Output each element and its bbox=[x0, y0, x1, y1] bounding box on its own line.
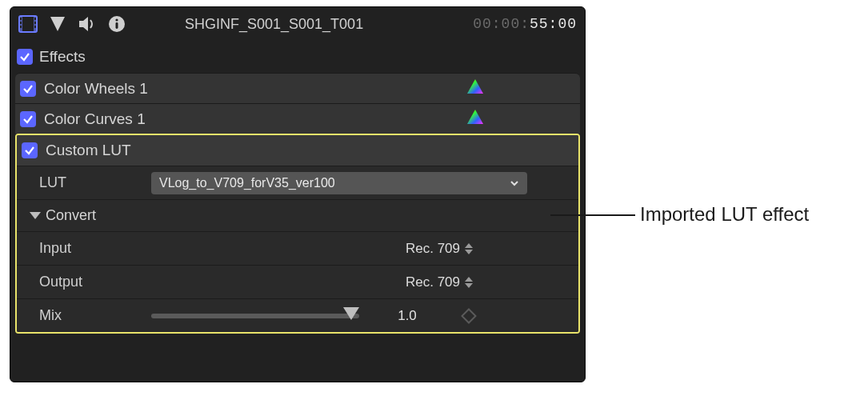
color-triangle-icon[interactable] bbox=[466, 78, 484, 98]
svg-point-13 bbox=[115, 18, 118, 21]
lut-select[interactable]: VLog_to_V709_forV35_ver100 bbox=[151, 172, 527, 194]
svg-rect-6 bbox=[20, 26, 22, 28]
convert-label: Convert bbox=[46, 207, 96, 224]
output-param-row: Output Rec. 709 bbox=[17, 265, 578, 298]
effect-enable-checkbox[interactable] bbox=[22, 142, 38, 158]
input-param-row: Input Rec. 709 bbox=[17, 231, 578, 265]
svg-rect-14 bbox=[116, 22, 118, 29]
slider-thumb-icon[interactable] bbox=[343, 307, 359, 320]
effect-enable-checkbox[interactable] bbox=[20, 81, 36, 97]
color-tab-icon[interactable] bbox=[49, 15, 66, 33]
timecode: 00:00:55:00 bbox=[473, 16, 577, 32]
lut-label: LUT bbox=[39, 174, 151, 191]
mix-slider[interactable] bbox=[151, 314, 359, 318]
mix-param-row: Mix 1.0 bbox=[17, 298, 578, 332]
svg-rect-8 bbox=[34, 22, 36, 24]
clip-name: SHGINF_S001_S001_T001 bbox=[185, 16, 363, 33]
effect-row-color-curves[interactable]: Color Curves 1 bbox=[15, 103, 580, 134]
output-value-popup[interactable]: Rec. 709 bbox=[406, 274, 473, 290]
output-label: Output bbox=[39, 274, 151, 290]
svg-marker-10 bbox=[50, 17, 65, 31]
custom-lut-title: Custom LUT bbox=[46, 142, 131, 159]
video-icon[interactable] bbox=[18, 15, 38, 33]
lut-param-row: LUT VLog_to_V709_forV35_ver100 bbox=[17, 166, 578, 199]
lut-select-value: VLog_to_V709_forV35_ver100 bbox=[159, 176, 335, 190]
convert-header[interactable]: Convert bbox=[17, 199, 578, 231]
svg-marker-11 bbox=[79, 17, 88, 31]
input-value-popup[interactable]: Rec. 709 bbox=[406, 241, 473, 257]
inspector-header: SHGINF_S001_S001_T001 00:00:55:00 bbox=[10, 7, 585, 41]
effects-section-header: Effects bbox=[10, 41, 585, 73]
svg-rect-9 bbox=[34, 26, 36, 28]
mix-label: Mix bbox=[39, 307, 151, 324]
mix-value[interactable]: 1.0 bbox=[383, 308, 431, 324]
svg-marker-15 bbox=[467, 79, 483, 94]
info-icon[interactable] bbox=[108, 15, 126, 33]
effect-row-color-wheels[interactable]: Color Wheels 1 bbox=[15, 73, 580, 103]
output-value: Rec. 709 bbox=[406, 274, 460, 290]
stepper-icon bbox=[465, 277, 473, 288]
stepper-icon bbox=[465, 243, 473, 254]
effects-enable-checkbox[interactable] bbox=[17, 49, 33, 65]
keyframe-icon[interactable] bbox=[461, 308, 477, 324]
svg-rect-4 bbox=[20, 18, 22, 20]
svg-marker-16 bbox=[467, 110, 483, 124]
effect-label: Color Wheels 1 bbox=[44, 80, 148, 98]
callout-line bbox=[550, 214, 635, 216]
callout-text: Imported LUT effect bbox=[640, 203, 809, 226]
audio-icon[interactable] bbox=[78, 15, 97, 33]
color-triangle-icon[interactable] bbox=[466, 109, 484, 129]
svg-rect-5 bbox=[20, 22, 22, 24]
svg-rect-7 bbox=[34, 18, 36, 20]
chevron-down-icon bbox=[510, 178, 519, 188]
custom-lut-group: Custom LUT LUT VLog_to_V709_forV35_ver10… bbox=[15, 134, 580, 334]
input-label: Input bbox=[39, 240, 151, 257]
effects-title-label: Effects bbox=[39, 48, 86, 66]
effect-row-custom-lut[interactable]: Custom LUT bbox=[17, 135, 578, 166]
input-value: Rec. 709 bbox=[406, 241, 460, 257]
effect-label: Color Curves 1 bbox=[44, 110, 146, 128]
disclosure-triangle-icon[interactable] bbox=[30, 212, 41, 219]
inspector-panel: SHGINF_S001_S001_T001 00:00:55:00 Effect… bbox=[10, 6, 586, 382]
effect-enable-checkbox[interactable] bbox=[20, 111, 36, 127]
